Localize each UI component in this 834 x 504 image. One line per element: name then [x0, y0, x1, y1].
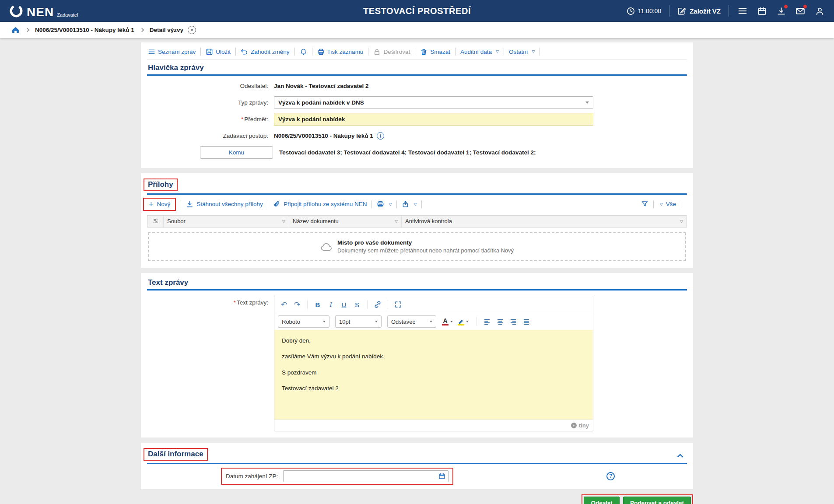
- bold-button[interactable]: B: [312, 298, 324, 311]
- annotation-box: Odeslat Podepsat a odeslat: [582, 494, 693, 504]
- column-header-nazev-dokumentu[interactable]: Název dokumentu ▽: [289, 216, 402, 227]
- more-info-panel: Další informace Datum zahájení ZP: ?: [141, 443, 693, 489]
- nen-logo[interactable]: NEN Zadavatel: [9, 4, 78, 18]
- print-icon: [377, 200, 384, 208]
- column-settings-button[interactable]: [147, 216, 164, 227]
- print-attachments-button[interactable]: ▽: [377, 200, 392, 208]
- toolbar-divider: [455, 48, 456, 56]
- redo-button[interactable]: ↷: [291, 298, 303, 311]
- typ-zpravy-select[interactable]: Výzva k podání nabídek v DNS: [274, 96, 593, 109]
- text-color-button[interactable]: A: [442, 318, 453, 326]
- dropzone-title: Místo pro vaše dokumenty: [337, 239, 514, 246]
- server-time: 11:00:00: [627, 7, 661, 15]
- calendar-icon: [757, 7, 767, 16]
- cloud-upload-icon: [320, 242, 333, 252]
- odeslat-button[interactable]: Odeslat: [584, 497, 620, 504]
- link-button[interactable]: [371, 298, 384, 311]
- nen-logo-icon: [9, 4, 24, 18]
- column-header-soubor[interactable]: Soubor ▽: [164, 216, 289, 227]
- toolbar-item-ulozit[interactable]: Uložit: [206, 48, 231, 56]
- download-all-button[interactable]: Stáhnout všechny přílohy: [186, 200, 263, 208]
- font-size-select[interactable]: 10pt: [335, 315, 382, 328]
- toolbar-item-zahodit-zmeny[interactable]: Zahodit změny: [241, 48, 290, 56]
- topbar-actions: 11:00:00 Založit VZ: [627, 5, 825, 17]
- attachments-dropzone[interactable]: Místo pro vaše dokumenty Dokumenty sem m…: [148, 232, 686, 261]
- align-left-button[interactable]: [481, 315, 493, 328]
- attach-from-nen-button[interactable]: Připojit přílohu ze systému NEN: [273, 200, 367, 208]
- messages-button[interactable]: [795, 5, 806, 17]
- annotation-box: Datum zahájení ZP:: [221, 468, 453, 485]
- align-center-button[interactable]: [494, 315, 506, 328]
- predmet-input[interactable]: Výzva k podání nabídek: [274, 113, 593, 126]
- field-komu: Komu Testovací dodavatel 3; Testovací do…: [147, 146, 687, 159]
- home-button[interactable]: [11, 26, 20, 34]
- editor-group-divider: [477, 317, 477, 326]
- toolbar-divider: [371, 200, 372, 208]
- column-label: Soubor: [167, 218, 186, 224]
- toolbar-item-smazat[interactable]: Smazat: [420, 48, 450, 56]
- menu-button[interactable]: [737, 5, 748, 17]
- block-format-select[interactable]: Odstavec: [387, 315, 436, 328]
- chevron-down-icon: ▽: [660, 202, 663, 206]
- breadcrumb-separator-icon: [25, 28, 30, 32]
- fullscreen-button[interactable]: [392, 298, 404, 311]
- highlight-color-button[interactable]: [458, 318, 469, 326]
- datum-zahajeni-input[interactable]: [283, 470, 449, 482]
- view-all-filter[interactable]: ▽ Vše: [659, 201, 676, 207]
- undo-button[interactable]: ↶: [278, 298, 290, 311]
- chevron-down-icon: [466, 321, 469, 322]
- column-filter-icon[interactable]: ▽: [680, 219, 683, 224]
- column-header-antivirova-kontrola[interactable]: Antivirová kontrola ▽: [402, 216, 687, 227]
- align-justify-button[interactable]: [520, 315, 533, 328]
- filter-button[interactable]: [641, 200, 648, 208]
- toolbar-divider: [540, 48, 540, 56]
- profile-button[interactable]: [814, 5, 825, 17]
- toolbar-item-tisk-zaznamu[interactable]: Tisk záznamu: [317, 48, 364, 56]
- font-family-value: Roboto: [282, 318, 300, 325]
- help-button[interactable]: ?: [606, 472, 615, 480]
- toolbar-item-seznam-zprav[interactable]: Seznam zpráv: [148, 48, 196, 56]
- italic-button[interactable]: I: [325, 298, 337, 311]
- align-right-button[interactable]: [507, 315, 519, 328]
- toolbar-item-ostatni[interactable]: Ostatní ▽: [509, 49, 535, 55]
- komu-button[interactable]: Komu: [200, 146, 273, 159]
- time-text: 11:00:00: [638, 7, 661, 14]
- create-vz-button[interactable]: Založit VZ: [677, 7, 721, 15]
- section-title: Přílohy: [148, 180, 173, 189]
- attachments-table-header: Soubor ▽ Název dokumentu ▽ Antivirová ko…: [147, 216, 687, 227]
- highlighter-icon: [458, 318, 464, 326]
- new-attachment-button[interactable]: + Nový: [143, 198, 176, 211]
- toolbar-divider: [235, 48, 236, 56]
- close-tab-button[interactable]: ×: [188, 26, 196, 34]
- font-family-select[interactable]: Roboto: [278, 315, 329, 328]
- field-datum-zahajeni: Datum zahájení ZP: ?: [147, 468, 687, 485]
- chevron-down-icon: ▽: [532, 49, 535, 54]
- calendar-button[interactable]: [756, 5, 767, 17]
- tiny-brand-link[interactable]: tiny: [571, 422, 589, 429]
- toolbar-divider: [181, 200, 181, 208]
- calendar-picker-icon[interactable]: [438, 472, 445, 480]
- collapse-section-button[interactable]: [674, 452, 686, 461]
- export-attachments-button[interactable]: ▽: [402, 200, 417, 208]
- hamburger-icon: [738, 6, 747, 16]
- field-zadavaci-postup: Zadávací postup: N006/25/V00013510 - Nák…: [147, 130, 687, 142]
- column-filter-icon[interactable]: ▽: [395, 219, 398, 224]
- notifications-button[interactable]: [300, 48, 307, 56]
- underline-button[interactable]: U: [338, 298, 350, 311]
- environment-title: TESTOVACÍ PROSTŘEDÍ: [363, 6, 471, 16]
- strikethrough-button[interactable]: S: [351, 298, 363, 311]
- toolbar-item-auditni-data[interactable]: Auditní data ▽: [460, 49, 499, 55]
- downloads-button[interactable]: [775, 5, 787, 17]
- editor-content[interactable]: Dobrý den, zasíláme Vám výzvu k podání n…: [274, 330, 593, 420]
- message-detail-panel: Seznam zpráv Uložit Zahodit změny Tisk z…: [141, 42, 693, 168]
- attachments-panel: Přílohy + Nový Stáhnout všechny přílohy …: [141, 173, 693, 267]
- bold-icon: B: [315, 301, 320, 308]
- underline-icon: U: [342, 301, 347, 308]
- column-filter-icon[interactable]: ▽: [282, 219, 285, 224]
- breadcrumb-item-procedure[interactable]: N006/25/V00013510 - Nákupy léků 1: [35, 27, 134, 33]
- info-icon[interactable]: i: [377, 132, 384, 140]
- podepsat-a-odeslat-button[interactable]: Podepsat a odeslat: [623, 497, 691, 504]
- field-label: Odesílatel:: [147, 83, 274, 89]
- chevron-down-icon: ▽: [496, 49, 499, 54]
- chevron-down-icon: [585, 102, 589, 104]
